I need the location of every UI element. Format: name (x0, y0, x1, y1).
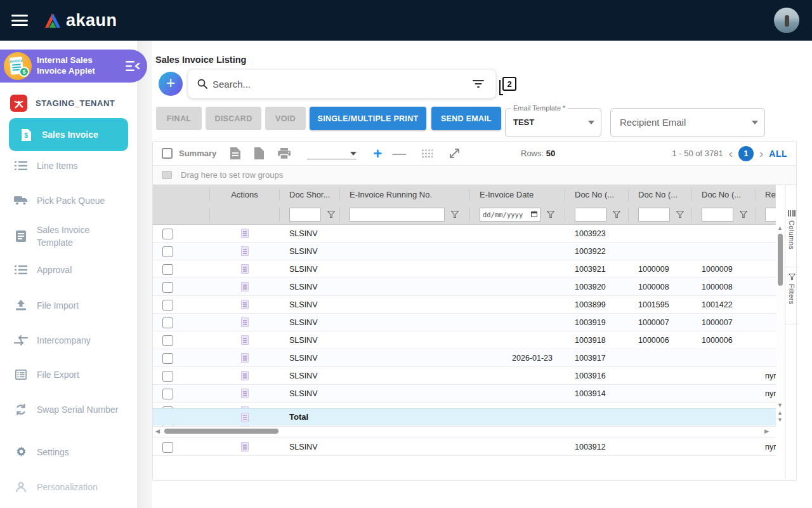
filter-input-running-no[interactable] (350, 208, 445, 222)
export-document-icon[interactable] (230, 147, 240, 159)
document-icon[interactable] (241, 389, 249, 398)
recipient-email-select[interactable]: Recipient Email (610, 108, 765, 137)
current-page-button[interactable]: 1 (738, 146, 754, 161)
sidebar-item-line-items[interactable]: Line Items (0, 158, 137, 173)
table-row[interactable]: SLSINV100391910000071000007 (153, 314, 776, 331)
sidebar-item-file-export[interactable]: File Export (0, 367, 137, 382)
email-template-select[interactable]: Email Template * TEST (505, 108, 601, 137)
blank-document-icon[interactable] (254, 147, 264, 159)
filter-funnel-icon[interactable] (740, 211, 747, 218)
filter-funnel-icon[interactable] (547, 211, 554, 218)
multi-view-icon[interactable]: 2 (502, 77, 516, 91)
grid-view-icon[interactable] (421, 149, 433, 159)
row-checkbox[interactable] (162, 371, 173, 382)
row-checkbox[interactable] (162, 300, 173, 311)
pinned-row-scrollbar[interactable]: ▲ ▼ (776, 408, 785, 425)
header-actions[interactable]: Actions (210, 189, 280, 201)
filter-funnel-icon[interactable] (676, 211, 684, 218)
row-checkbox[interactable] (162, 229, 173, 239)
header-doc-no-1[interactable]: Doc No (... (565, 189, 629, 201)
header-einvoice-date[interactable]: E-Invoice Date (470, 189, 565, 201)
add-button[interactable]: + (159, 72, 183, 96)
sidebar-item-personalization[interactable]: Personalization (0, 479, 137, 495)
table-row[interactable]: SLSINV1003914nyr (153, 385, 776, 403)
header-doc-no-2[interactable]: Doc No (... (629, 189, 692, 201)
scroll-up-icon[interactable]: ▲ (777, 225, 783, 231)
print-button[interactable]: SINGLE/MULTIPLE PRINT (310, 107, 426, 130)
filter-input-reference[interactable] (765, 208, 776, 222)
document-icon[interactable] (241, 300, 249, 309)
row-checkbox[interactable] (162, 318, 173, 328)
filter-input-doc-no-1[interactable] (575, 208, 606, 222)
all-pages-button[interactable]: ALL (769, 149, 787, 159)
document-icon[interactable] (241, 353, 249, 363)
table-row[interactable]: SLSINV100392110000091000009 (153, 260, 776, 278)
sidebar-item-intercompany[interactable]: Intercompany (0, 333, 137, 348)
zoom-out-icon[interactable]: — (392, 149, 406, 159)
filter-input-doc-short[interactable] (289, 208, 321, 222)
header-einvoice-running-no[interactable]: E-Invoice Running No. (340, 189, 470, 201)
filter-funnel-icon[interactable] (613, 211, 620, 218)
table-row[interactable]: SLSINV1003912nyr (153, 438, 776, 456)
scroll-right-icon[interactable]: ▶ (764, 428, 769, 434)
sidebar-item-settings[interactable]: Settings (0, 444, 137, 460)
table-row[interactable]: SLSINV100389910015951001422 (153, 296, 776, 314)
row-checkbox[interactable] (162, 282, 173, 293)
table-row[interactable]: SLSINV2026-01-231003917 (153, 349, 776, 367)
document-icon[interactable] (241, 335, 249, 345)
prev-page-icon[interactable]: ‹ (729, 149, 733, 159)
document-icon[interactable] (241, 442, 249, 451)
expand-icon[interactable] (449, 148, 460, 159)
row-checkbox[interactable] (162, 442, 173, 453)
row-checkbox[interactable] (162, 335, 173, 346)
brand-logo[interactable]: akaun (43, 11, 117, 30)
row-checkbox[interactable] (162, 389, 173, 399)
next-page-icon[interactable]: › (759, 149, 763, 159)
final-button[interactable]: FINAL (156, 107, 202, 130)
tab-columns[interactable]: Columns (785, 204, 798, 267)
template-dropdown[interactable] (307, 148, 357, 159)
search-input[interactable] (213, 79, 473, 90)
row-group-dropzone[interactable]: Drag here to set row groups (153, 166, 796, 185)
filter-funnel-icon[interactable] (451, 211, 459, 218)
filter-funnel-icon[interactable] (327, 211, 335, 218)
row-checkbox[interactable] (162, 246, 173, 257)
scroll-down-icon[interactable]: ▼ (777, 417, 783, 423)
row-checkbox[interactable] (162, 353, 173, 364)
table-row[interactable]: SLSINV100391810000061000006 (153, 331, 776, 349)
search-filter-icon[interactable] (473, 80, 484, 88)
sidebar-item-sales-invoice[interactable]: $ Sales Invoice (9, 118, 128, 151)
sidebar-item-tenant[interactable]: STAGING_TENANT (0, 94, 137, 112)
void-button[interactable]: VOID (265, 107, 306, 130)
horizontal-scroll-thumb[interactable] (164, 429, 278, 434)
sidebar-item-file-import[interactable]: File Import (0, 298, 137, 313)
document-icon[interactable] (241, 318, 249, 327)
table-row[interactable]: SLSINV100392010000081000008 (153, 278, 776, 296)
hamburger-menu-icon[interactable] (11, 15, 28, 26)
header-doc-short[interactable]: Doc Shor... (280, 189, 340, 201)
applet-header[interactable]: INVOICE $ Internal Sales Invoice Applet (0, 50, 147, 83)
header-doc-no-3[interactable]: Doc No (... (692, 189, 756, 201)
vertical-scroll-thumb[interactable] (778, 234, 783, 286)
row-checkbox[interactable] (162, 264, 173, 275)
send-email-button[interactable]: SEND EMAIL (431, 107, 501, 130)
document-icon[interactable] (241, 371, 249, 380)
document-icon[interactable] (241, 282, 249, 291)
scroll-up-icon[interactable]: ▲ (777, 410, 783, 416)
tab-filters[interactable]: Filters (785, 267, 798, 324)
summary-checkbox[interactable] (162, 148, 173, 159)
table-row[interactable]: SLSINV1003916nyr (153, 367, 776, 385)
horizontal-scrollbar[interactable]: ◀ ▶ (153, 426, 776, 435)
print-icon[interactable] (278, 148, 291, 159)
discard-button[interactable]: DISCARD (206, 107, 261, 130)
document-icon[interactable] (241, 264, 249, 274)
filter-date-input[interactable]: dd/mm/yyyy (480, 208, 540, 222)
filter-input-doc-no-2[interactable] (638, 208, 670, 222)
sidebar-item-sales-invoice-template[interactable]: Sales Invoice Template (0, 222, 137, 250)
document-icon[interactable] (241, 246, 249, 256)
document-icon[interactable] (241, 229, 249, 238)
sidebar-item-swap-serial-number[interactable]: Swap Serial Number (0, 402, 137, 417)
scroll-left-icon[interactable]: ◀ (155, 428, 160, 434)
sidebar-item-pick-pack-queue[interactable]: Pick Pack Queue (0, 193, 137, 208)
sidebar-collapse-icon[interactable] (126, 60, 140, 72)
